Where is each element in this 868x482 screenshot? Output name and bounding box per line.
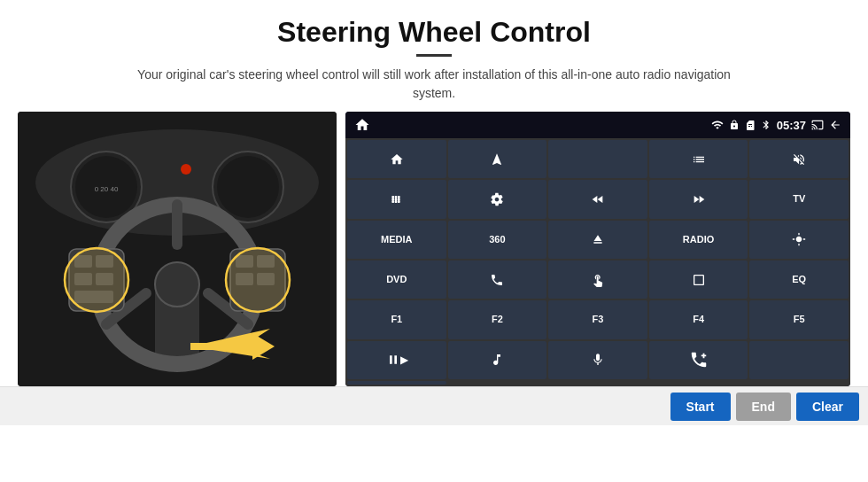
- btn-tv[interactable]: TV: [749, 180, 849, 218]
- car-image: 0 20 40: [18, 112, 337, 386]
- page-header: Steering Wheel Control Your original car…: [0, 0, 868, 112]
- btn-mode[interactable]: [548, 140, 647, 178]
- btn-f1[interactable]: F1: [347, 300, 446, 338]
- page-title: Steering Wheel Control: [18, 16, 850, 49]
- wifi-icon: [711, 119, 724, 131]
- content-area: 0 20 40: [0, 112, 868, 386]
- btn-music[interactable]: [448, 341, 547, 379]
- btn-settings[interactable]: [448, 180, 547, 218]
- btn-f5[interactable]: F5: [749, 300, 849, 338]
- btn-window[interactable]: [649, 260, 748, 299]
- svg-point-6: [217, 156, 279, 218]
- btn-fastforward[interactable]: [649, 180, 748, 218]
- button-grid: TV MEDIA 360 RADIO DVD EQ F1: [345, 138, 850, 386]
- btn-apps[interactable]: [347, 180, 446, 218]
- time-display: 05:37: [777, 119, 806, 132]
- btn-radio[interactable]: RADIO: [649, 221, 748, 259]
- btn-navigate[interactable]: [448, 140, 547, 178]
- bottom-bar: Start End Clear: [0, 386, 868, 425]
- status-bar: 05:37: [345, 112, 850, 138]
- btn-rewind[interactable]: [548, 180, 647, 218]
- btn-empty2: [347, 381, 446, 385]
- cast-icon: [811, 119, 824, 131]
- btn-empty1: [749, 341, 849, 379]
- start-button[interactable]: Start: [670, 393, 731, 421]
- btn-eject[interactable]: [548, 221, 647, 259]
- clear-button[interactable]: Clear: [796, 393, 859, 421]
- lock-icon: [729, 120, 740, 130]
- status-left: [354, 117, 370, 133]
- btn-phone[interactable]: [448, 260, 547, 299]
- btn-360[interactable]: 360: [448, 221, 547, 259]
- btn-f3[interactable]: F3: [548, 300, 647, 338]
- svg-text:0 20 40: 0 20 40: [95, 185, 119, 193]
- svg-point-27: [226, 248, 290, 312]
- btn-dvd[interactable]: DVD: [347, 260, 446, 299]
- btn-f4[interactable]: F4: [649, 300, 748, 338]
- btn-swipe[interactable]: [548, 260, 647, 299]
- svg-point-26: [65, 248, 128, 312]
- home-status-icon: [354, 117, 370, 133]
- btn-mute[interactable]: [749, 140, 849, 178]
- svg-point-7: [181, 164, 191, 175]
- btn-media[interactable]: MEDIA: [347, 221, 446, 259]
- btn-home[interactable]: [347, 140, 446, 178]
- status-right: 05:37: [711, 119, 841, 132]
- title-divider: [416, 54, 452, 57]
- bluetooth-icon: [761, 119, 771, 131]
- android-panel: 05:37: [345, 112, 850, 386]
- btn-mic[interactable]: [548, 341, 647, 379]
- btn-f2[interactable]: F2: [448, 300, 547, 338]
- btn-list[interactable]: [649, 140, 748, 178]
- btn-brightness[interactable]: [749, 221, 849, 259]
- btn-voicecall[interactable]: [649, 341, 748, 379]
- btn-eq[interactable]: EQ: [749, 260, 849, 299]
- sim-icon: [745, 120, 756, 130]
- svg-point-14: [155, 262, 199, 307]
- page-subtitle: Your original car's steering wheel contr…: [124, 66, 744, 103]
- end-button[interactable]: End: [736, 393, 791, 421]
- btn-playpause[interactable]: ▶: [347, 341, 446, 379]
- back-icon: [829, 119, 841, 131]
